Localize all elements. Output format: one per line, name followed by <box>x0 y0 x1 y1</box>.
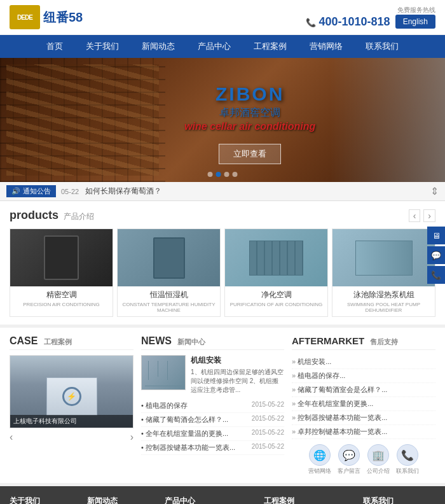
three-columns: CASE 工程案例 ⚡ 上核电子科技有限公司 ‹ › NEWS 新闻中心 <box>0 328 445 483</box>
product-name-cn-2: 恒温恒湿机 <box>120 290 218 300</box>
product-name-cn-3: 净化空调 <box>227 290 325 300</box>
banner-subtitle-cn: 卓邦酒窖空调 <box>184 106 315 120</box>
nav-item-home[interactable]: 首页 <box>35 35 74 58</box>
logo-icon: DEDE <box>10 5 40 29</box>
case-section: CASE 工程案例 ⚡ 上核电子科技有限公司 ‹ › <box>10 335 134 475</box>
header: DEDE 纽番58 免费服务热线 📞 400-1010-818 English <box>0 0 445 35</box>
banner-brand: ZIBON <box>184 83 315 105</box>
dot-2[interactable] <box>216 172 221 177</box>
news-item-4[interactable]: • 控制器按键基本功能一览表... 2015-05-22 <box>141 441 284 455</box>
banner-subtitle-en: wine cellar air conditioning <box>184 121 315 132</box>
banner-cta-button[interactable]: 立即查看 <box>219 144 281 164</box>
aftermarket-item-5[interactable]: » 控制器按键基本功能一览表... <box>292 411 435 425</box>
product-name-en-2: CONSTANT TEMPERATURE HUMIDITY MACHINE <box>120 302 218 313</box>
dot-4[interactable] <box>233 172 238 177</box>
announcement-label: 🔊 通知公告 <box>6 185 56 197</box>
news-title: NEWS 新闻中心 <box>141 335 284 350</box>
news-item-1[interactable]: • 植电器的保存 2015-05-22 <box>141 399 284 413</box>
products-prev-button[interactable]: ‹ <box>409 209 421 222</box>
aftermarket-item-4[interactable]: » 全年在机组室量的更换... <box>292 397 435 411</box>
banner-dots <box>208 172 238 177</box>
product-name-cn-4: 泳池除湿热泵机组 <box>334 290 433 300</box>
footer-col-news: 新闻动态 企业新闻 行业动态 产品动态 <box>87 496 160 504</box>
banner-content: ZIBON 卓邦酒窖空调 wine cellar air conditionin… <box>184 83 315 164</box>
company-icon: 🏢 <box>367 444 389 466</box>
nav-item-about[interactable]: 关于我们 <box>74 35 130 58</box>
product-card-2[interactable]: 恒温恒湿机 CONSTANT TEMPERATURE HUMIDITY MACH… <box>117 228 221 317</box>
phone-contact-icon: 📞 <box>397 444 418 466</box>
case-prev-arrow[interactable]: ‹ <box>10 431 13 443</box>
network-icon: 🌐 <box>309 444 331 466</box>
after-icon-4[interactable]: 📞 联系我们 <box>396 444 419 475</box>
nav-item-products[interactable]: 产品中心 <box>186 35 242 58</box>
english-button[interactable]: English <box>395 15 435 29</box>
case-company-name: 上核电子科技有限公司 <box>10 415 133 428</box>
news-item-date-2: 2015-05-22 <box>252 415 284 424</box>
case-next-arrow[interactable]: › <box>130 431 134 443</box>
product-name-en-3: PURIFICATION OF AIR CONDITIONING <box>227 302 325 307</box>
logo[interactable]: DEDE 纽番58 <box>10 5 83 29</box>
news-featured[interactable]: 机组安装 1、机组四周边保留足够的通风空间以便维修操作空间 2、机组搬运应注意考… <box>141 355 284 395</box>
footer-col-products: 产品中心 精密空调 恒温空调 净化空调 恒温恒湿机 净化空调 泳池除湿热泵机组 … <box>165 496 259 504</box>
product-name-en-4: SWIMMING POOL HEAT PUMP DEHUMIDIFIER <box>334 302 433 313</box>
logo-text: 纽番58 <box>43 9 83 26</box>
footer-col-title-products: 产品中心 <box>165 496 259 504</box>
footer-col-title-contact: 联系我们 <box>363 496 435 504</box>
aftermarket-item-6[interactable]: » 卓邦控制键基本功能一览表... <box>292 425 435 439</box>
footer-columns: 关于我们 公司简介 公司文化 指质认证 企业荣誉 新闻动态 企业新闻 行业动态 … <box>10 496 435 504</box>
news-item-title-2: • 储藏了葡萄酒会怎么样？... <box>141 415 228 424</box>
announcement-arrow[interactable]: ⇕ <box>430 185 439 197</box>
after-icon-1[interactable]: 🌐 营销网络 <box>308 444 331 475</box>
dot-3[interactable] <box>224 172 229 177</box>
case-image: ⚡ 上核电子科技有限公司 <box>10 355 134 428</box>
after-icon-2[interactable]: 💬 客户留言 <box>338 444 360 475</box>
nav-item-cases[interactable]: 工程案例 <box>242 35 298 58</box>
sidebar-icon-2[interactable]: 💬 <box>427 246 445 264</box>
news-item-3[interactable]: • 全年在机组室量温的更换... 2015-05-22 <box>141 427 284 441</box>
aftermarket-item-3[interactable]: » 储藏了葡萄酒室会是么样？... <box>292 383 435 397</box>
news-item-2[interactable]: • 储藏了葡萄酒会怎么样？... 2015-05-22 <box>141 413 284 427</box>
news-item-title-4: • 控制器按键基本功能一览表... <box>141 443 235 452</box>
banner: ZIBON 卓邦酒窖空调 wine cellar air conditionin… <box>0 58 445 182</box>
news-item-date-1: 2015-05-22 <box>252 401 284 410</box>
announcement-text[interactable]: 如何长期保存葡萄酒？ <box>79 186 430 197</box>
dot-1[interactable] <box>208 172 213 177</box>
after-icon-3[interactable]: 🏢 公司介绍 <box>367 444 390 475</box>
news-item-date-3: 2015-05-22 <box>252 429 284 438</box>
news-featured-text: 1、机组四周边保留足够的通风空间以便维修操作空间 2、机组搬运应注意考虑管... <box>191 368 284 395</box>
products-title-cn: 产品介绍 <box>64 211 94 222</box>
nav-item-news[interactable]: 新闻动态 <box>130 35 186 58</box>
products-next-button[interactable]: › <box>423 209 435 222</box>
phone-icon: 📞 <box>306 18 316 27</box>
products-section: products 产品介绍 ‹ › 精密空调 PRECISION AIR CON… <box>0 201 445 325</box>
news-item-title-1: • 植电器的保存 <box>141 401 188 410</box>
after-icon-label-2: 客户留言 <box>338 467 360 475</box>
product-image-4 <box>332 229 435 286</box>
aftermarket-item-1[interactable]: » 机组安装... <box>292 355 435 369</box>
sidebar-icons: 🖥 💬 📞 <box>427 227 445 284</box>
footer-col-contact: 联系我们 <box>363 496 435 504</box>
sidebar-icon-3[interactable]: 📞 <box>427 266 445 284</box>
product-name-en-1: PRECISION AIR CONDITIONING <box>12 302 111 307</box>
product-image-2 <box>118 229 220 286</box>
sidebar-icon-1[interactable]: 🖥 <box>427 227 445 244</box>
footer-col-title-cases: 工程案例 <box>264 496 358 504</box>
aftermarket-icons-row: 🌐 营销网络 💬 客户留言 🏢 公司介绍 📞 联系我们 <box>292 444 435 475</box>
product-card-3[interactable]: 净化空调 PURIFICATION OF AIR CONDITIONING <box>224 228 328 317</box>
product-card-4[interactable]: 泳池除湿热泵机组 SWIMMING POOL HEAT PUMP DEHUMID… <box>332 228 435 317</box>
nav-item-network[interactable]: 营销网络 <box>298 35 354 58</box>
main-nav: 首页 关于我们 新闻动态 产品中心 工程案例 营销网络 联系我们 <box>0 35 445 58</box>
aftermarket-section: AFTERMARKET 售后支持 » 机组安装... » 植电器的保存... »… <box>292 335 435 475</box>
news-featured-title: 机组安装 <box>191 355 284 366</box>
speaker-icon: 🔊 <box>11 187 20 195</box>
after-icon-label-4: 联系我们 <box>396 467 419 475</box>
hotline-number: 📞 400-1010-818 <box>306 15 390 29</box>
news-item-date-4: 2015-05-22 <box>252 443 284 452</box>
nav-item-contact[interactable]: 联系我们 <box>354 35 410 58</box>
announcement-date: 05-22 <box>61 188 79 195</box>
product-name-cn-1: 精密空调 <box>12 290 111 300</box>
product-card-1[interactable]: 精密空调 PRECISION AIR CONDITIONING <box>10 228 113 317</box>
aftermarket-item-2[interactable]: » 植电器的保存... <box>292 369 435 383</box>
case-title: CASE 工程案例 <box>10 335 134 350</box>
footer-col-cases: 工程案例 精密空调 恒温空调 净化空调 恒温恒湿机 泳池除湿热泵机组 磁悬浮磁机… <box>264 496 358 504</box>
